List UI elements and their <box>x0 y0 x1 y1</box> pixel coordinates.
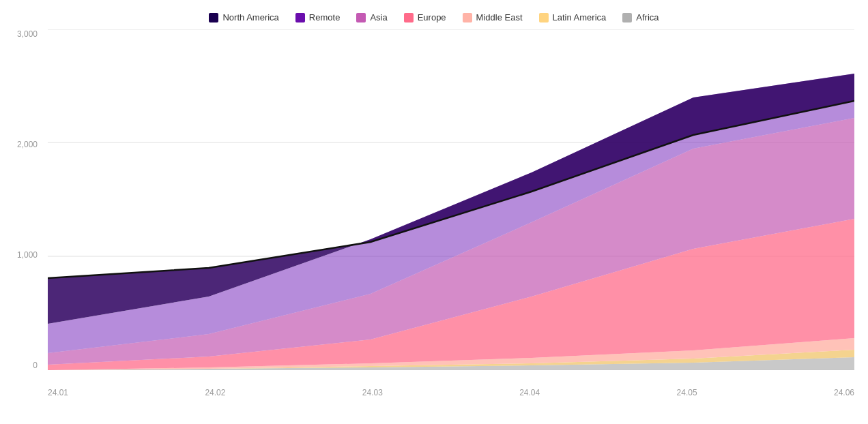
chart-legend: North AmericaRemoteAsiaEuropeMiddle East… <box>0 0 868 29</box>
y-label-2000: 2,000 <box>17 140 38 149</box>
y-label-0: 0 <box>33 361 38 370</box>
legend-swatch <box>209 13 218 22</box>
x-label-2402: 24.02 <box>205 388 225 397</box>
legend-label: Europe <box>418 12 446 22</box>
legend-label: Remote <box>309 12 341 22</box>
legend-swatch <box>622 13 632 22</box>
x-label-2403: 24.03 <box>362 388 383 397</box>
legend-swatch <box>539 13 549 22</box>
chart-svg <box>48 29 854 370</box>
legend-swatch <box>356 13 366 22</box>
x-label-2406: 24.06 <box>834 388 854 397</box>
y-label-3000: 3,000 <box>17 29 38 39</box>
legend-label: North America <box>222 12 278 22</box>
y-label-1000: 1,000 <box>17 250 38 260</box>
legend-item-africa: Africa <box>622 12 659 22</box>
legend-item-remote: Remote <box>295 12 341 22</box>
chart-container: North AmericaRemoteAsiaEuropeMiddle East… <box>0 0 868 424</box>
legend-item-latin-america: Latin America <box>539 12 607 22</box>
chart-area: 3,000 2,000 1,000 0 <box>0 29 868 397</box>
legend-label: Middle East <box>476 12 523 22</box>
legend-item-north-america: North America <box>209 12 278 22</box>
legend-label: Africa <box>636 12 659 22</box>
legend-swatch <box>463 13 472 22</box>
legend-label: Latin America <box>553 12 607 22</box>
y-axis: 3,000 2,000 1,000 0 <box>0 29 44 370</box>
legend-swatch <box>404 13 414 22</box>
x-axis: 24.01 24.02 24.03 24.04 24.05 24.06 <box>48 384 854 397</box>
legend-item-asia: Asia <box>356 12 387 22</box>
x-label-2405: 24.05 <box>677 388 697 397</box>
legend-item-middle-east: Middle East <box>463 12 523 22</box>
legend-swatch <box>295 13 305 22</box>
legend-item-europe: Europe <box>404 12 446 22</box>
legend-label: Asia <box>370 12 387 22</box>
x-label-2401: 24.01 <box>48 388 68 397</box>
x-label-2404: 24.04 <box>519 388 540 397</box>
